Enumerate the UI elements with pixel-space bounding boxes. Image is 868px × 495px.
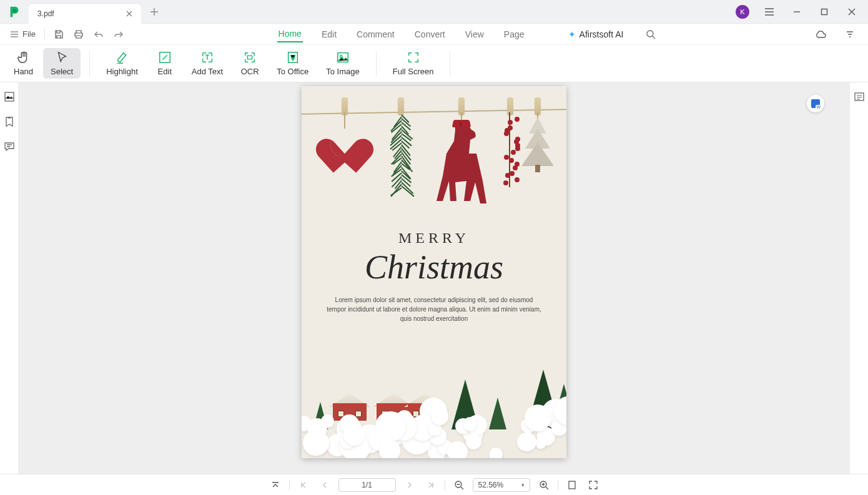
first-page-icon[interactable]: [296, 478, 311, 493]
zoom-in-icon[interactable]: [536, 478, 551, 493]
ribbon: Hand Select Highlight Edit Add Text: [0, 45, 868, 82]
save-icon[interactable]: [49, 27, 69, 42]
prev-page-icon[interactable]: [317, 478, 332, 493]
highlight-tool[interactable]: Highlight: [99, 48, 145, 79]
page-indicator-text: 1/1: [362, 481, 372, 489]
edit-tool[interactable]: Edit: [148, 48, 182, 79]
menu-convert[interactable]: Convert: [413, 27, 446, 42]
christmas-text: Christmas: [327, 248, 541, 287]
close-window-icon[interactable]: [838, 0, 866, 24]
highlight-icon: [116, 51, 129, 64]
zoom-value: 52.56%: [478, 481, 504, 489]
undo-icon[interactable]: [89, 27, 109, 41]
to-image-label: To Image: [326, 67, 359, 76]
ai-assistant[interactable]: ✦ Afirstsoft AI: [568, 29, 624, 39]
menu-edit[interactable]: Edit: [320, 27, 338, 42]
berries-ornament: [498, 112, 523, 187]
tree-ornament: [521, 117, 554, 172]
village-scene: [302, 352, 566, 458]
to-image-tool[interactable]: To Image: [318, 48, 367, 79]
ocr-label: OCR: [241, 67, 259, 76]
menu-comment[interactable]: Comment: [355, 27, 396, 42]
svg-rect-0: [822, 9, 827, 14]
to-image-icon: [336, 51, 350, 64]
merry-text: MERRY: [327, 230, 541, 247]
to-office-tool[interactable]: To Office: [269, 48, 316, 79]
new-tab-button[interactable]: [145, 2, 164, 21]
hand-label: Hand: [14, 67, 33, 76]
quickbar: File Home Edit Comment Convert View Page…: [0, 24, 868, 45]
select-tool[interactable]: Select: [43, 48, 81, 79]
zoom-out-icon[interactable]: [451, 478, 466, 493]
main-menu: Home Edit Comment Convert View Page ✦ Af…: [129, 26, 809, 42]
more-options-icon[interactable]: [841, 27, 859, 41]
lorem-text: Lorem ipsum dolor sit amet, consectetur …: [327, 295, 541, 323]
pine-branch: [379, 111, 423, 192]
caret-down-icon: ▾: [521, 482, 525, 488]
add-text-icon: [200, 51, 214, 64]
to-office-label: To Office: [277, 67, 308, 76]
app-logo: [0, 5, 29, 19]
maximize-icon[interactable]: [811, 0, 838, 24]
scroll-top-icon[interactable]: [268, 478, 283, 493]
sparkle-icon: ✦: [568, 29, 576, 39]
left-rail: [0, 82, 19, 474]
titlebar: 3.pdf K: [0, 0, 868, 24]
zoom-select[interactable]: 52.56% ▾: [473, 478, 530, 492]
svg-rect-7: [5, 92, 14, 101]
hand-icon: [17, 51, 31, 64]
to-office-icon: [286, 51, 300, 64]
last-page-icon[interactable]: [423, 478, 438, 493]
right-rail: [849, 82, 868, 474]
bookmarks-icon[interactable]: [2, 115, 16, 129]
svg-rect-3: [248, 56, 252, 59]
redo-icon[interactable]: [109, 27, 129, 41]
next-page-icon[interactable]: [402, 478, 417, 493]
document-tab[interactable]: 3.pdf: [29, 4, 141, 24]
svg-rect-11: [569, 481, 575, 489]
app-menu-icon[interactable]: [756, 0, 783, 24]
fit-page-icon[interactable]: [586, 478, 601, 493]
add-text-label: Add Text: [192, 67, 223, 76]
print-icon[interactable]: [69, 27, 89, 42]
ocr-icon: [243, 51, 257, 64]
comments-icon[interactable]: [2, 140, 16, 154]
add-text-tool[interactable]: Add Text: [184, 48, 230, 79]
menu-home[interactable]: Home: [277, 26, 303, 42]
minimize-icon[interactable]: [783, 0, 811, 24]
page-indicator[interactable]: 1/1: [338, 478, 396, 492]
thumbnails-icon[interactable]: [2, 90, 16, 104]
cursor-icon: [55, 51, 69, 64]
reindeer-ornament: [424, 117, 499, 217]
fullscreen-icon: [407, 51, 420, 64]
full-screen-tool[interactable]: Full Screen: [385, 48, 441, 79]
tab-title: 3.pdf: [37, 9, 124, 18]
edit-icon: [158, 51, 172, 64]
full-screen-label: Full Screen: [393, 67, 434, 76]
search-icon[interactable]: [641, 27, 661, 42]
actual-size-icon[interactable]: [565, 478, 579, 493]
file-label: File: [22, 29, 36, 39]
svg-point-1: [647, 31, 653, 37]
tab-close-icon[interactable]: [124, 8, 135, 19]
hand-tool[interactable]: Hand: [6, 48, 41, 79]
ocr-tool[interactable]: OCR: [233, 48, 267, 79]
select-label: Select: [51, 67, 73, 76]
user-avatar[interactable]: K: [736, 5, 749, 19]
file-menu[interactable]: File: [5, 27, 41, 41]
menu-view[interactable]: View: [464, 27, 485, 42]
menu-page[interactable]: Page: [503, 27, 526, 42]
properties-icon[interactable]: [852, 90, 866, 104]
cloud-icon[interactable]: [809, 27, 832, 41]
ai-label: Afirstsoft AI: [579, 29, 624, 39]
statusbar: 1/1 52.56% ▾: [0, 474, 868, 495]
highlight-label: Highlight: [106, 67, 138, 76]
avatar-initial: K: [740, 8, 744, 16]
canvas[interactable]: MERRY Christmas Lorem ipsum dolor sit am…: [19, 82, 849, 474]
convert-to-word-badge[interactable]: [807, 95, 824, 112]
heart-ornament: [325, 126, 364, 162]
workspace: MERRY Christmas Lorem ipsum dolor sit am…: [0, 82, 868, 474]
pdf-page: MERRY Christmas Lorem ipsum dolor sit am…: [302, 86, 566, 458]
edit-label: Edit: [158, 67, 172, 76]
